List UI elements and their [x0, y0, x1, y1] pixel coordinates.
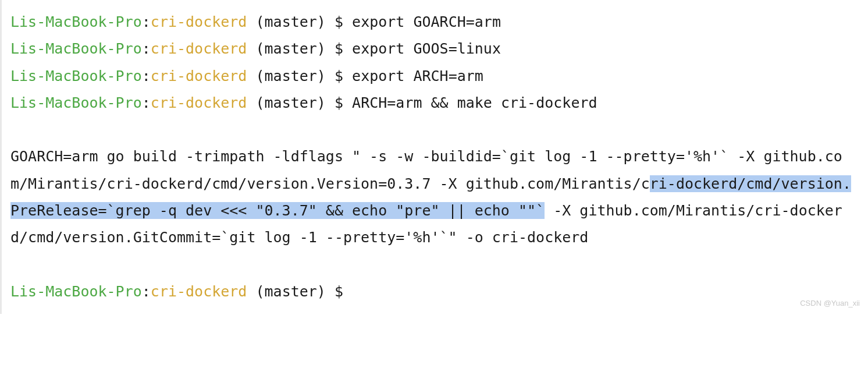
host: Lis-MacBook-Pro — [10, 94, 142, 111]
branch: (master) — [255, 68, 325, 84]
prompt-line-1: Lis-MacBook-Pro:cri-dockerd (master) $ e… — [10, 13, 501, 30]
branch: (master) — [255, 13, 325, 30]
blank-line — [10, 256, 19, 273]
command-2: export GOOS=linux — [352, 40, 501, 57]
colon: : — [142, 40, 151, 57]
dir: cri-dockerd — [151, 68, 247, 84]
prompt-line-4: Lis-MacBook-Pro:cri-dockerd (master) $ A… — [10, 94, 597, 111]
dollar: $ — [335, 13, 343, 30]
dollar: $ — [335, 283, 343, 300]
dollar: $ — [335, 40, 343, 57]
colon: : — [142, 68, 151, 84]
host: Lis-MacBook-Pro — [10, 68, 142, 84]
host: Lis-MacBook-Pro — [10, 13, 142, 30]
prompt-line-3: Lis-MacBook-Pro:cri-dockerd (master) $ e… — [10, 68, 483, 84]
host: Lis-MacBook-Pro — [10, 283, 142, 300]
branch: (master) — [255, 94, 325, 111]
prompt-line-5: Lis-MacBook-Pro:cri-dockerd (master) $ — [10, 283, 343, 300]
dir: cri-dockerd — [151, 283, 247, 300]
dollar: $ — [335, 68, 343, 84]
colon: : — [142, 13, 151, 30]
host: Lis-MacBook-Pro — [10, 40, 142, 57]
command-1: export GOARCH=arm — [352, 13, 501, 30]
command-3: export ARCH=arm — [352, 68, 483, 84]
dollar: $ — [335, 94, 343, 111]
branch: (master) — [255, 40, 325, 57]
command-4: ARCH=arm && make cri-dockerd — [352, 94, 597, 111]
watermark: CSDN @Yuan_xii — [800, 296, 860, 310]
dir: cri-dockerd — [151, 13, 247, 30]
build-output: GOARCH=arm go build -trimpath -ldflags "… — [10, 148, 851, 246]
dir: cri-dockerd — [151, 94, 247, 111]
left-border — [0, 0, 2, 314]
branch: (master) — [255, 283, 325, 300]
dir: cri-dockerd — [151, 40, 247, 57]
colon: : — [142, 94, 151, 111]
colon: : — [142, 283, 151, 300]
prompt-line-2: Lis-MacBook-Pro:cri-dockerd (master) $ e… — [10, 40, 501, 57]
terminal-output[interactable]: Lis-MacBook-Pro:cri-dockerd (master) $ e… — [10, 9, 858, 305]
